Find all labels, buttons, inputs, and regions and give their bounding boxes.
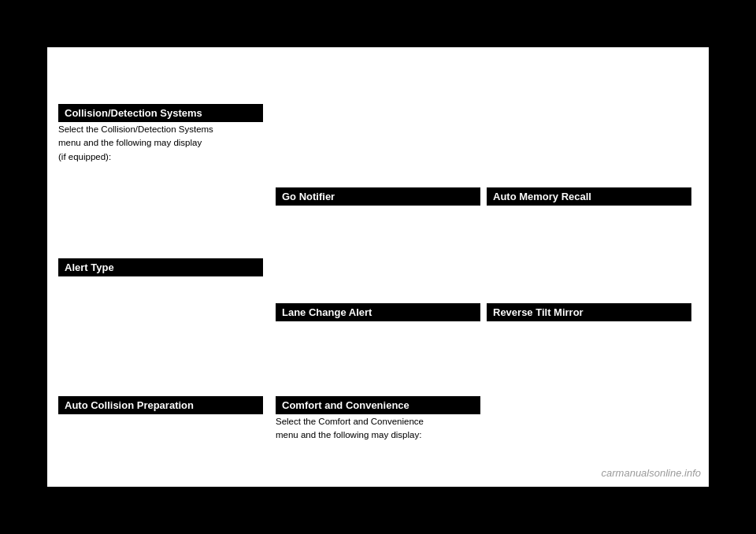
alert-type-label: Alert Type [65,261,114,273]
reverse-tilt-mirror-label: Reverse Tilt Mirror [493,306,584,318]
comfort-convenience-box: Comfort and Convenience [276,396,480,414]
alert-type-box: Alert Type [58,258,263,276]
auto-collision-preparation-box: Auto Collision Preparation [58,396,263,414]
lane-change-alert-box: Lane Change Alert [276,303,480,321]
auto-collision-preparation-label: Auto Collision Preparation [65,399,194,411]
collision-detection-box: Collision/Detection Systems [58,104,263,122]
collision-detection-label: Collision/Detection Systems [65,107,202,119]
go-notifier-label: Go Notifier [282,191,335,202]
watermark-text: carmanualsonline.info [602,467,701,479]
go-notifier-box: Go Notifier [276,187,480,206]
comfort-convenience-desc-text: Select the Comfort and Conveniencemenu a… [276,417,424,439]
comfort-convenience-description: Select the Comfort and Conveniencemenu a… [276,415,472,443]
reverse-tilt-mirror-box: Reverse Tilt Mirror [487,303,691,321]
auto-memory-recall-box: Auto Memory Recall [487,187,691,206]
lane-change-alert-label: Lane Change Alert [282,306,372,318]
comfort-convenience-label: Comfort and Convenience [282,399,410,411]
collision-detection-description: Select the Collision/Detection Systemsme… [58,123,247,164]
collision-detection-desc-text: Select the Collision/Detection Systemsme… [58,124,213,161]
watermark: carmanualsonline.info [602,467,701,479]
auto-memory-recall-label: Auto Memory Recall [493,191,591,202]
